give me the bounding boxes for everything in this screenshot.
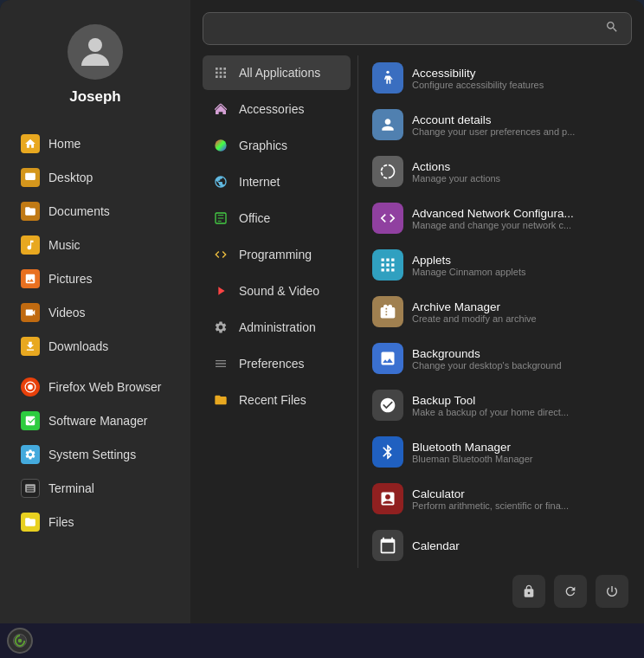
nav-label-documents: Documents xyxy=(48,204,110,218)
adv-network-app-icon xyxy=(372,203,403,234)
accessibility-app-text: Accessibility Configure accessibility fe… xyxy=(412,67,621,90)
backup-app-icon xyxy=(372,390,403,421)
nav-list: Home Desktop Documents xyxy=(0,121,190,615)
app-account[interactable]: Account details Change your user prefere… xyxy=(365,102,628,147)
nav-item-terminal[interactable]: Terminal xyxy=(5,472,185,505)
svg-point-0 xyxy=(88,38,102,52)
lock-button[interactable] xyxy=(512,575,545,608)
category-administration[interactable]: Administration xyxy=(203,310,351,345)
app-bluetooth[interactable]: Bluetooth Manager Blueman Bluetooth Mana… xyxy=(365,429,628,474)
avatar xyxy=(68,24,123,80)
nav-label-software: Software Manager xyxy=(48,414,147,428)
app-calculator[interactable]: Calculator Perform arithmetic, scientifi… xyxy=(365,476,628,521)
nav-item-software[interactable]: Software Manager xyxy=(5,404,185,437)
category-graphics[interactable]: Graphics xyxy=(203,128,351,163)
nav-label-pictures: Pictures xyxy=(48,272,93,286)
category-programming-label: Programming xyxy=(239,248,312,261)
backup-app-desc: Make a backup of your home direct... xyxy=(412,407,621,417)
svg-point-3 xyxy=(215,139,226,151)
files-icon xyxy=(21,513,40,532)
nav-label-desktop: Desktop xyxy=(48,171,93,184)
nav-item-music[interactable]: Music xyxy=(5,229,185,261)
search-bar xyxy=(203,12,632,45)
mint-logo-button[interactable] xyxy=(7,628,33,654)
home-icon xyxy=(21,134,40,153)
pictures-icon xyxy=(21,269,40,288)
username: Joseph xyxy=(69,88,121,106)
app-backup[interactable]: Backup Tool Make a backup of your home d… xyxy=(365,383,628,428)
settings-icon xyxy=(21,445,40,464)
preferences-icon xyxy=(211,354,230,373)
accessibility-app-name: Accessibility xyxy=(412,67,621,80)
calculator-app-text: Calculator Perform arithmetic, scientifi… xyxy=(412,487,621,511)
nav-item-videos[interactable]: Videos xyxy=(5,296,185,329)
power-button[interactable] xyxy=(596,575,628,608)
app-backgrounds[interactable]: Backgrounds Change your desktop's backgr… xyxy=(365,336,628,381)
app-calendar[interactable]: Calendar xyxy=(365,523,628,568)
recent-icon xyxy=(211,390,230,410)
sound-video-icon xyxy=(211,281,230,300)
nav-item-settings[interactable]: System Settings xyxy=(5,438,185,471)
backup-app-name: Backup Tool xyxy=(412,394,621,407)
videos-icon xyxy=(21,303,40,322)
administration-icon xyxy=(211,318,230,337)
nav-item-home[interactable]: Home xyxy=(5,127,185,160)
calendar-app-icon xyxy=(372,530,403,561)
app-actions[interactable]: Actions Manage your actions xyxy=(365,149,628,194)
backgrounds-app-desc: Change your desktop's background xyxy=(412,360,621,371)
app-accessibility[interactable]: Accessibility Configure accessibility fe… xyxy=(365,55,628,100)
account-app-icon xyxy=(372,109,403,140)
category-all[interactable]: All Applications xyxy=(203,55,351,90)
refresh-button[interactable] xyxy=(554,575,587,608)
category-preferences[interactable]: Preferences xyxy=(203,346,351,381)
applets-app-desc: Manage Cinnamon applets xyxy=(412,267,621,277)
category-administration-label: Administration xyxy=(239,320,316,334)
account-app-text: Account details Change your user prefere… xyxy=(412,113,621,137)
search-input[interactable] xyxy=(216,21,605,36)
archive-app-text: Archive Manager Create and modify an arc… xyxy=(412,300,621,324)
category-accessories[interactable]: Accessories xyxy=(203,92,351,126)
app-adv-network[interactable]: Advanced Network Configura... Manage and… xyxy=(365,196,628,241)
backgrounds-app-name: Backgrounds xyxy=(412,347,621,360)
taskbar xyxy=(0,623,644,658)
nav-label-terminal: Terminal xyxy=(48,481,94,495)
category-sound-video[interactable]: Sound & Video xyxy=(203,274,351,308)
accessibility-app-desc: Configure accessibility features xyxy=(412,80,621,90)
nav-item-files[interactable]: Files xyxy=(5,506,185,539)
applets-app-text: Applets Manage Cinnamon applets xyxy=(412,254,621,277)
bluetooth-app-icon xyxy=(372,436,403,468)
user-section: Joseph xyxy=(0,0,190,121)
backgrounds-app-icon xyxy=(372,343,403,374)
content-area: All Applications Accessories xyxy=(203,55,632,568)
nav-item-documents[interactable]: Documents xyxy=(5,195,185,228)
apps-list: Accessibility Configure accessibility fe… xyxy=(362,55,632,568)
search-icon xyxy=(605,20,619,37)
accessories-icon xyxy=(211,100,230,119)
category-office[interactable]: Office xyxy=(203,201,351,235)
applets-app-name: Applets xyxy=(412,254,621,267)
app-archive[interactable]: Archive Manager Create and modify an arc… xyxy=(365,289,628,334)
divider xyxy=(357,55,358,568)
svg-rect-1 xyxy=(25,173,35,180)
nav-label-files: Files xyxy=(48,515,74,529)
nav-item-desktop[interactable]: Desktop xyxy=(5,161,185,194)
nav-item-downloads[interactable]: Downloads xyxy=(5,330,185,363)
actions-app-text: Actions Manage your actions xyxy=(412,160,621,184)
nav-label-music: Music xyxy=(48,238,80,252)
svg-point-2 xyxy=(28,384,33,390)
nav-item-pictures[interactable]: Pictures xyxy=(5,262,185,295)
nav-label-videos: Videos xyxy=(48,306,86,319)
left-panel: Joseph Home Desktop xyxy=(0,0,190,623)
category-internet[interactable]: Internet xyxy=(203,164,351,199)
category-recent[interactable]: Recent Files xyxy=(203,383,351,417)
nav-item-firefox[interactable]: Firefox Web Browser xyxy=(5,371,185,403)
app-applets[interactable]: Applets Manage Cinnamon applets xyxy=(365,242,628,287)
right-panel: All Applications Accessories xyxy=(190,0,644,623)
documents-icon xyxy=(21,202,40,221)
bluetooth-app-text: Bluetooth Manager Blueman Bluetooth Mana… xyxy=(412,441,621,464)
calendar-app-name: Calendar xyxy=(412,539,621,552)
downloads-icon xyxy=(21,337,40,356)
graphics-icon xyxy=(211,136,230,155)
category-programming[interactable]: Programming xyxy=(203,237,351,272)
music-icon xyxy=(21,235,40,255)
